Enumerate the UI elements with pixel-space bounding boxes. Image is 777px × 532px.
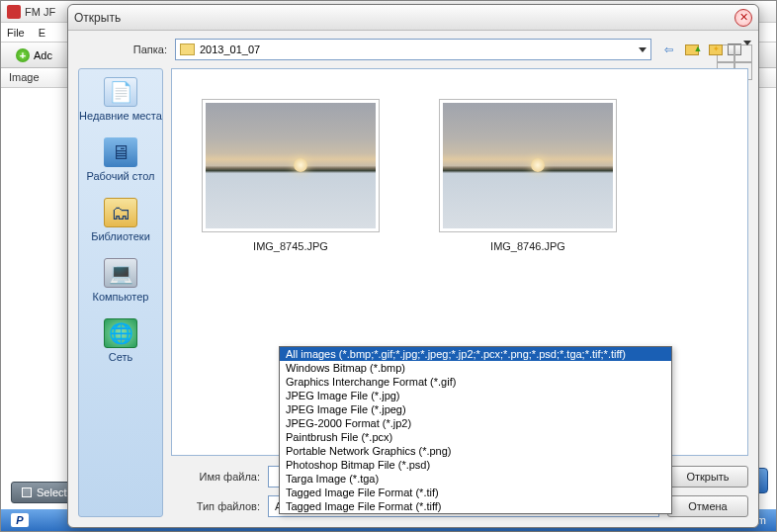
place-libraries-label: Библиотеки	[91, 230, 150, 242]
filetype-option[interactable]: Graphics Interchange Format (*.gif)	[280, 375, 671, 389]
file-thumb[interactable]: IMG_8746.JPG	[439, 99, 617, 252]
filetype-option[interactable]: Photoshop Bitmap File (*.psd)	[280, 458, 671, 472]
menu-file[interactable]: File	[7, 27, 25, 39]
filetype-option[interactable]: Portable Network Graphics (*.png)	[280, 444, 671, 458]
filetype-option[interactable]: All images (*.bmp;*.gif;*.jpg;*.jpeg;*.j…	[280, 347, 671, 361]
filetype-option[interactable]: Targa Image (*.tga)	[280, 472, 671, 486]
view-menu-icon[interactable]	[731, 41, 748, 58]
filetype-option[interactable]: Tagged Image File Format (*.tif)	[280, 486, 671, 499]
places-bar: 📄Недавние места 🖥Рабочий стол 🗂Библиотек…	[78, 68, 163, 517]
folder-name: 2013_01_07	[200, 44, 260, 55]
filetype-label: Тип файлов:	[171, 500, 260, 512]
place-computer-label: Компьютер	[93, 291, 149, 303]
chevron-down-icon	[639, 47, 647, 52]
app-title: FM JF	[25, 6, 55, 18]
dialog-titlebar: Открыть ✕	[68, 5, 758, 31]
place-desktop-label: Рабочий стол	[86, 170, 154, 182]
place-network[interactable]: 🌐Сеть	[104, 318, 137, 363]
app-icon	[7, 5, 21, 19]
folder-icon	[180, 44, 195, 55]
place-computer[interactable]: 💻Компьютер	[93, 258, 149, 303]
filetype-option[interactable]: JPEG Image File (*.jpeg)	[280, 402, 671, 416]
add-button[interactable]: + Adc	[9, 45, 59, 65]
recent-icon: 📄	[104, 77, 137, 107]
thumb-image	[202, 99, 380, 232]
filetype-option[interactable]: JPEG-2000 Format (*.jp2)	[280, 416, 671, 430]
filetype-option[interactable]: Paintbrush File (*.pcx)	[280, 430, 671, 444]
thumb-name: IMG_8745.JPG	[253, 240, 328, 252]
check-icon	[22, 488, 32, 497]
menu-edit[interactable]: E	[39, 27, 45, 39]
back-icon[interactable]: ⇦	[659, 41, 677, 58]
filetype-option[interactable]: JPEG Image File (*.jpg)	[280, 389, 671, 402]
network-icon: 🌐	[104, 318, 137, 348]
new-folder-icon[interactable]: ✦	[707, 41, 725, 58]
filetype-option[interactable]: Tagged Image File Format (*.tiff)	[280, 499, 671, 513]
dialog-title: Открыть	[74, 11, 121, 25]
desktop-icon: 🖥	[104, 137, 137, 167]
add-label: Adc	[34, 49, 52, 61]
place-desktop[interactable]: 🖥Рабочий стол	[86, 137, 154, 182]
place-libraries[interactable]: 🗂Библиотеки	[91, 198, 150, 242]
plus-icon: +	[16, 48, 30, 62]
paypal-icon[interactable]: P	[11, 513, 29, 527]
dialog-cancel-button[interactable]: Отмена	[667, 495, 748, 517]
dialog-open-button[interactable]: Открыть	[667, 466, 748, 488]
thumb-image	[439, 99, 617, 232]
libraries-icon: 🗂	[104, 198, 137, 227]
up-icon[interactable]: ▲	[683, 41, 701, 58]
dialog-nav-row: Папка: 2013_01_07 ⇦ ▲ ✦	[68, 31, 758, 68]
computer-icon: 💻	[104, 258, 137, 288]
thumb-name: IMG_8746.JPG	[490, 240, 565, 252]
nav-icons: ⇦ ▲ ✦	[659, 41, 748, 58]
folder-combo[interactable]: 2013_01_07	[175, 39, 651, 60]
filetype-option[interactable]: Windows Bitmap (*.bmp)	[280, 361, 671, 375]
place-recent-label: Недавние места	[79, 110, 162, 122]
folder-label: Папка:	[78, 44, 167, 55]
place-recent[interactable]: 📄Недавние места	[79, 77, 162, 122]
filetype-dropdown[interactable]: All images (*.bmp;*.gif;*.jpg;*.jpeg;*.j…	[279, 346, 672, 514]
filename-label: Имя файла:	[171, 471, 260, 483]
file-thumb[interactable]: IMG_8745.JPG	[202, 99, 380, 252]
close-button[interactable]: ✕	[734, 9, 752, 27]
place-network-label: Сеть	[109, 351, 132, 363]
